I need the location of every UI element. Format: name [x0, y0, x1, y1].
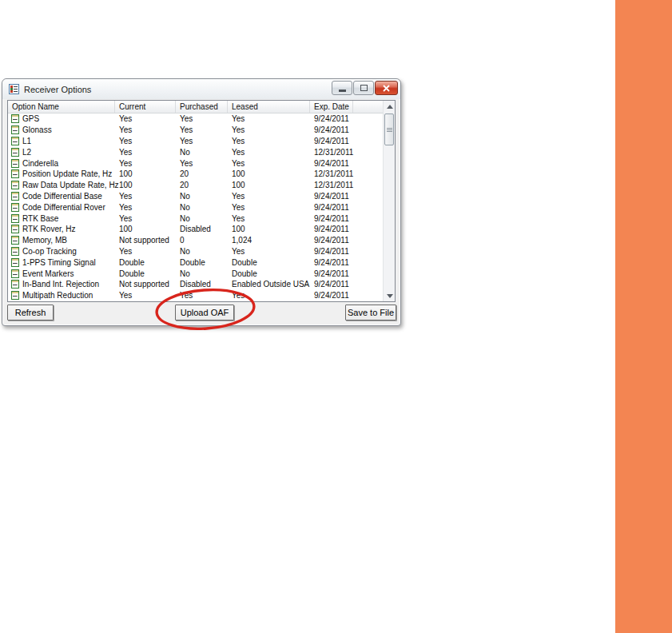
- minimize-button[interactable]: [332, 81, 352, 95]
- table-row[interactable]: Memory, MBNot supported01,0249/24/2011: [8, 235, 383, 246]
- receiver-options-window: Receiver Options Option Name Current: [2, 78, 401, 326]
- option-name-cell: Position Update Rate, Hz: [8, 169, 115, 178]
- cell-purchased: 0: [176, 236, 228, 245]
- cell-exp: 9/24/2011: [310, 280, 353, 289]
- column-header-exp-date[interactable]: Exp. Date: [310, 101, 353, 113]
- option-name-label: L2: [22, 148, 31, 157]
- cell-exp: 9/24/2011: [310, 114, 353, 123]
- cell-current: Not supported: [115, 236, 176, 245]
- cell-leased: Yes: [228, 137, 310, 145]
- column-header-filler: [353, 101, 383, 113]
- cell-leased: Yes: [228, 114, 310, 123]
- cell-current: Yes: [115, 125, 176, 134]
- receiver-options-icon: [9, 84, 19, 94]
- cell-exp: 12/31/2011: [310, 181, 353, 189]
- cell-purchased: Yes: [176, 125, 228, 134]
- vertical-scrollbar[interactable]: [383, 101, 395, 301]
- cell-current: Yes: [115, 192, 176, 201]
- cell-leased: Yes: [228, 203, 310, 212]
- option-name-cell: L2: [8, 148, 115, 157]
- cell-leased: Yes: [228, 125, 310, 134]
- option-name-cell: Raw Data Update Rate, Hz: [8, 181, 115, 189]
- column-header-option-name[interactable]: Option Name: [8, 101, 115, 113]
- refresh-button[interactable]: Refresh: [7, 305, 54, 320]
- table-row[interactable]: Code Differential BaseYesNoYes9/24/2011: [8, 191, 383, 202]
- table-row[interactable]: 1-PPS Timing SignalDoubleDoubleDouble9/2…: [8, 257, 383, 268]
- cell-leased: Yes: [228, 148, 310, 157]
- cell-current: Double: [115, 258, 176, 267]
- option-name-cell: Event Markers: [8, 269, 115, 278]
- cell-current: Yes: [115, 148, 176, 157]
- table-row[interactable]: CinderellaYesYesYes9/24/2011: [8, 157, 383, 169]
- scroll-up-button[interactable]: [384, 101, 396, 112]
- option-name-label: Event Markers: [22, 269, 74, 278]
- cell-exp: 12/31/2011: [310, 169, 353, 178]
- close-button[interactable]: [375, 81, 398, 95]
- option-name-cell: 1-PPS Timing Signal: [8, 258, 115, 267]
- cell-current: Double: [115, 269, 176, 278]
- cell-exp: 9/24/2011: [310, 214, 353, 223]
- cell-current: Yes: [115, 159, 176, 168]
- table-row[interactable]: RTK Rover, Hz100Disabled1009/24/2011: [8, 224, 383, 235]
- window-titlebar[interactable]: Receiver Options: [2, 79, 400, 99]
- cell-exp: 9/24/2011: [310, 269, 353, 278]
- column-header-purchased[interactable]: Purchased: [176, 101, 228, 113]
- options-listbox: Option Name Current Purchased Leased Exp…: [7, 100, 396, 302]
- scrollbar-thumb[interactable]: [384, 113, 394, 145]
- cell-exp: 9/24/2011: [310, 137, 353, 145]
- cell-purchased: No: [176, 192, 228, 201]
- table-row[interactable]: L1YesYesYes9/24/2011: [8, 136, 383, 147]
- table-row[interactable]: Multipath ReductionYesYesYes9/24/2011: [8, 290, 383, 301]
- cell-current: Not supported: [115, 280, 176, 289]
- table-row[interactable]: Raw Data Update Rate, Hz1002010012/31/20…: [8, 180, 383, 191]
- column-header-leased[interactable]: Leased: [228, 101, 310, 113]
- table-row[interactable]: L2YesNoYes12/31/2011: [8, 146, 383, 157]
- option-name-cell: Co-op Tracking: [8, 247, 115, 256]
- cell-purchased: No: [176, 247, 228, 256]
- option-icon: [11, 258, 19, 267]
- cell-exp: 9/24/2011: [310, 203, 353, 212]
- option-name-label: Memory, MB: [22, 236, 67, 245]
- minimize-icon: [339, 90, 346, 92]
- scroll-down-button[interactable]: [384, 290, 396, 301]
- option-icon: [11, 148, 19, 157]
- scrollbar-grip-icon: [387, 128, 392, 132]
- scroll-down-icon: [387, 294, 393, 298]
- upload-oaf-button[interactable]: Upload OAF: [175, 305, 234, 320]
- option-name-cell: GPS: [8, 114, 115, 123]
- option-icon: [11, 192, 19, 201]
- option-name-cell: RTK Rover, Hz: [8, 225, 115, 233]
- save-to-file-button[interactable]: Save to File: [345, 305, 396, 320]
- cell-exp: 9/24/2011: [310, 125, 353, 134]
- table-row[interactable]: In-Band Int. RejectionNot supportedDisab…: [8, 279, 383, 290]
- option-name-label: GPS: [22, 114, 39, 123]
- table-row[interactable]: Code Differential RoverYesNoYes9/24/2011: [8, 201, 383, 213]
- option-name-cell: Code Differential Rover: [8, 203, 115, 212]
- cell-leased: Yes: [228, 247, 310, 256]
- option-icon: [11, 280, 19, 289]
- table-row[interactable]: Co-op TrackingYesNoYes9/24/2011: [8, 246, 383, 257]
- cell-leased: Yes: [228, 214, 310, 223]
- cell-leased: Yes: [228, 291, 310, 300]
- table-row[interactable]: Position Update Rate, Hz1002010012/31/20…: [8, 169, 383, 180]
- option-icon: [11, 114, 19, 123]
- table-row[interactable]: Event MarkersDoubleNoDouble9/24/2011: [8, 268, 383, 279]
- column-header-current[interactable]: Current: [115, 101, 176, 113]
- cell-purchased: Yes: [176, 114, 228, 123]
- cell-leased: 1,024: [228, 236, 310, 245]
- cell-exp: 9/24/2011: [310, 236, 353, 245]
- cell-current: Yes: [115, 214, 176, 223]
- cell-leased: 100: [228, 169, 310, 178]
- table-row[interactable]: RTK BaseYesNoYes9/24/2011: [8, 213, 383, 224]
- cell-exp: 9/24/2011: [310, 247, 353, 256]
- window-controls: [332, 81, 398, 95]
- table-row[interactable]: GlonassYesYesYes9/24/2011: [8, 125, 383, 136]
- cell-purchased: Disabled: [176, 225, 228, 233]
- cell-purchased: Yes: [176, 159, 228, 168]
- option-icon: [11, 236, 19, 245]
- cell-current: Yes: [115, 203, 176, 212]
- option-icon: [11, 169, 19, 178]
- table-row[interactable]: GPSYesYesYes9/24/2011: [8, 113, 383, 125]
- option-icon: [11, 203, 19, 212]
- restore-button[interactable]: [353, 81, 374, 95]
